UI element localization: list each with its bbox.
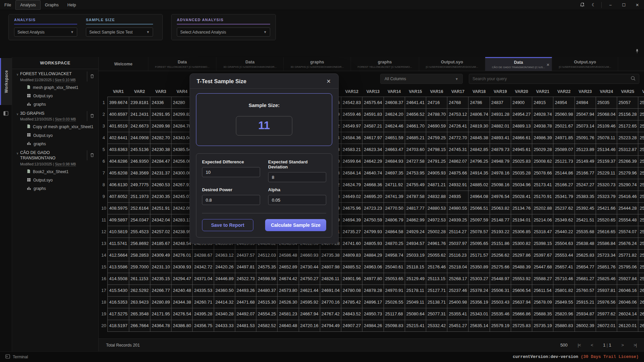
column-filter-select[interactable]: All Columns ▼ [380, 74, 463, 84]
table-cell[interactable]: 25008.62 [532, 155, 553, 167]
table-cell[interactable]: 24587.21 [362, 120, 384, 132]
table-cell[interactable]: 24240.48 [171, 285, 193, 296]
tab-data[interactable]: Data3D GRAPHS [C:\USERS\MOHAM\ONEDR... [216, 57, 284, 71]
table-cell[interactable]: 24260.71 [193, 296, 214, 308]
table-cell[interactable]: 25033.19 [405, 249, 426, 261]
table-cell[interactable]: 24735.27 [341, 226, 362, 238]
next-page-icon[interactable]: > [621, 343, 624, 348]
table-cell[interactable]: 25214.06 [532, 214, 553, 226]
table-cell[interactable]: 25927.84 [617, 273, 638, 285]
table-cell[interactable]: 24294.47 [171, 273, 193, 285]
table-cell[interactable]: 25144.86 [553, 167, 575, 179]
table-cell[interactable]: 25098.16 [490, 179, 511, 191]
last-page-icon[interactable]: >| [634, 343, 637, 348]
table-cell[interactable]: 24770.50 [384, 202, 405, 214]
table-cell[interactable]: 24342.72 [193, 261, 214, 273]
tab-graphs[interactable]: graphs3D GRAPHS [C:\USERS\MOHAM\ONEDR... [284, 57, 351, 71]
table-cell[interactable]: 256.8692 [129, 238, 150, 249]
table-cell[interactable]: 25166.27 [553, 179, 575, 191]
workspace-rail-tab[interactable]: Workspace [0, 58, 12, 105]
table-cell[interactable]: 25421.66 [596, 202, 617, 214]
table-cell[interactable]: 25029.28 [532, 144, 553, 155]
table-cell[interactable]: 25215.41 [405, 320, 426, 331]
table-cell[interactable]: 24471.68 [235, 296, 256, 308]
table-cell[interactable]: 24481.53 [235, 320, 256, 331]
table-cell[interactable]: 263.9423 [129, 296, 150, 308]
data-table[interactable]: VAR1VAR2VAR3VAR4VAR5VAR6VAR7VAR8VAR9VAR1… [100, 87, 644, 332]
table-cell[interactable]: 24433.33 [214, 320, 235, 331]
table-cell[interactable]: 24308.93 [171, 261, 193, 273]
table-cell[interactable]: 24667.94 [299, 308, 320, 320]
tab-output-syo[interactable]: Output.syo[C:\USERS\MOHAM\ONEDRIVE\DOCUM… [419, 57, 485, 71]
table-cell[interactable]: 25002.28 [426, 226, 447, 238]
table-cell[interactable]: 25134.46 [596, 144, 617, 155]
table-cell[interactable]: 413.5586 [108, 261, 129, 273]
table-cell[interactable]: 25606.54 [511, 285, 532, 296]
table-cell[interactable]: 24780.08 [341, 285, 362, 296]
table-cell[interactable]: 24282.70 [150, 132, 171, 144]
table-cell[interactable]: 24716 [426, 97, 447, 108]
project-header[interactable]: CÃO DE GADO TRANSMONTANOModified:12/10/2… [20, 150, 85, 166]
table-cell[interactable]: 24866.61 [511, 132, 532, 144]
table-cell[interactable]: 24522.73 [235, 273, 256, 285]
table-cell[interactable]: 259.7000 [129, 261, 150, 273]
table-cell[interactable]: 25098.83 [384, 320, 405, 331]
table-cell[interactable]: 25723.34 [596, 249, 617, 261]
table-cell[interactable]: 25349.62 [553, 214, 575, 226]
table-cell[interactable]: 24929.24 [405, 226, 426, 238]
table-cell[interactable]: 25447.68 [532, 261, 553, 273]
table-cell[interactable]: 24880.53 [426, 202, 447, 214]
table-cell[interactable]: 25055.62 [426, 249, 447, 261]
chevron-down-icon[interactable]: ∨ [15, 111, 20, 116]
table-cell[interactable]: 25627.31 [638, 214, 644, 226]
table-cell[interactable]: 25553.44 [553, 249, 575, 261]
table-cell[interactable]: 24772.70 [447, 132, 468, 144]
tab-close-icon[interactable]: × [546, 62, 549, 67]
table-cell[interactable]: 25268.17 [447, 273, 468, 285]
alpha-input[interactable] [268, 195, 326, 205]
first-page-icon[interactable]: |< [578, 343, 581, 348]
table-cell[interactable]: 24768 [447, 97, 468, 108]
table-cell[interactable]: 24938.78 [532, 120, 553, 132]
table-cell[interactable]: 25535.46 [490, 308, 511, 320]
table-cell[interactable]: 25282.15 [638, 155, 644, 167]
table-cell[interactable]: 25941.19 [638, 273, 644, 285]
table-cell[interactable]: 266.7664 [129, 320, 150, 331]
table-cell[interactable]: 25318.47 [532, 226, 553, 238]
table-cell[interactable]: 411.5741 [108, 238, 129, 249]
table-cell[interactable]: 25250.74 [638, 132, 644, 144]
project-header[interactable]: FOREST YELLOWJACKETModified:11/28/2025 |… [20, 71, 85, 82]
table-cell[interactable]: 402.6441 [108, 132, 129, 144]
table-cell[interactable]: 25725.83 [511, 320, 532, 331]
table-cell[interactable]: 25681.27 [575, 273, 596, 285]
table-cell[interactable]: 25343.01 [468, 308, 490, 320]
table-cell[interactable]: 25586.84 [596, 238, 617, 249]
table-cell[interactable]: 24289.98 [150, 120, 171, 132]
table-cell[interactable]: 24586.48 [278, 249, 299, 261]
table-cell[interactable]: 412.5664 [108, 249, 129, 261]
table-cell[interactable]: 24621.44 [299, 285, 320, 296]
table-cell[interactable]: 403.6363 [108, 144, 129, 155]
table-cell[interactable]: 24624.20 [384, 108, 405, 120]
column-header[interactable]: VAR23 [575, 87, 596, 97]
table-cell[interactable]: 25657.41 [553, 261, 575, 273]
table-cell[interactable]: 25129.49 [405, 273, 426, 285]
table-cell[interactable]: 25638.48 [575, 238, 596, 249]
table-cell[interactable]: 25440.22 [553, 226, 575, 238]
table-cell[interactable]: 24807.98 [320, 261, 341, 273]
table-cell[interactable]: 25398.15 [532, 238, 553, 249]
table-cell[interactable]: 25256.62 [490, 249, 511, 261]
table-cell[interactable]: 24364.78 [150, 320, 171, 331]
table-cell[interactable]: 25127.71 [426, 285, 447, 296]
table-cell[interactable]: 25222.16 [638, 144, 644, 155]
table-cell[interactable]: 24798.15 [426, 144, 447, 155]
table-cell[interactable]: 245.5136 [129, 144, 150, 155]
table-cell[interactable]: 25416.46 [617, 191, 638, 202]
table-cell[interactable]: 25710.46 [553, 273, 575, 285]
tab-output-syo[interactable]: Output.syo[C:\USERS\MOHAM\ONEDRIVE\DOCUM… [552, 57, 618, 71]
table-cell[interactable]: 24661.70 [405, 120, 426, 132]
table-cell[interactable]: 25306.85 [511, 226, 532, 238]
table-cell[interactable]: 25034.96 [511, 179, 532, 191]
table-cell[interactable]: 24963.06 [362, 261, 384, 273]
table-cell[interactable]: 24493.26 [235, 285, 256, 296]
